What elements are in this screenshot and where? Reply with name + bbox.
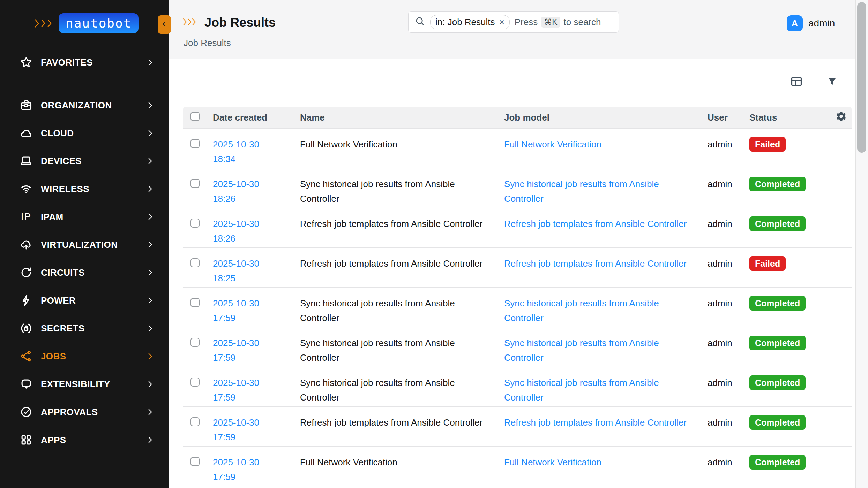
date-created-link[interactable]: 2025-10-3017:59 (213, 415, 300, 444)
avatar[interactable]: A (787, 15, 803, 31)
check-circle-icon (19, 405, 33, 419)
job-model-link[interactable]: Refresh job templates from Ansible Contr… (504, 417, 687, 428)
chip-label: in: Job Results (435, 17, 495, 28)
search-filter-chip[interactable]: in: Job Results × (430, 15, 510, 29)
status-badge: Completed (749, 415, 806, 430)
breadcrumb[interactable]: Job Results (184, 38, 231, 48)
sidebar-item-secrets[interactable]: SECRETS (0, 314, 169, 342)
table-settings-gear-icon[interactable] (836, 111, 847, 124)
column-header-user[interactable]: User (708, 112, 749, 123)
status-badge: Completed (749, 336, 806, 350)
job-results-table: Date created Name Job model User Status … (183, 107, 852, 486)
job-model-link[interactable]: Sync historical job results from Ansible… (504, 298, 659, 323)
status-badge: Completed (749, 296, 806, 311)
chevron-right-icon (145, 324, 155, 333)
sidebar-item-jobs[interactable]: JOBS (0, 342, 169, 370)
date-created-link[interactable]: 2025-10-3017:59 (213, 296, 300, 325)
chevron-right-icon (145, 240, 155, 249)
sidebar-item-power[interactable]: POWER (0, 287, 169, 314)
job-model-link[interactable]: Sync historical job results from Ansible… (504, 179, 659, 204)
scrollbar-track[interactable] (855, 0, 868, 488)
table-row: 2025-10-3017:59Refresh job templates fro… (183, 406, 852, 446)
date-created-link[interactable]: 2025-10-3017:59 (213, 455, 300, 484)
scrollbar-thumb[interactable] (857, 2, 866, 153)
sidebar-item-ipam[interactable]: IPIPAM (0, 203, 169, 231)
search-hint-prefix: Press (515, 17, 538, 28)
job-name: Full Network Verification (300, 447, 504, 486)
ip-icon: IP (19, 211, 33, 222)
chip-close-icon[interactable]: × (499, 17, 504, 26)
row-checkbox[interactable] (190, 338, 200, 347)
chevron-right-icon (145, 129, 155, 138)
date-created-link[interactable]: 2025-10-3018:25 (213, 256, 300, 285)
status-badge: Failed (749, 256, 786, 271)
job-model-link[interactable]: Sync historical job results from Ansible… (504, 338, 659, 363)
date-created-link[interactable]: 2025-10-3018:26 (213, 216, 300, 246)
table-row: 2025-10-3018:26Refresh job templates fro… (183, 208, 852, 247)
status-badge: Completed (749, 177, 806, 191)
row-checkbox[interactable] (190, 139, 200, 148)
sidebar-item-devices[interactable]: DEVICES (0, 147, 169, 175)
user-cell: admin (708, 327, 749, 367)
sidebar-item-label: WIRELESS (41, 184, 145, 195)
select-all-checkbox[interactable] (190, 112, 200, 121)
sidebar-item-label: ORGANIZATION (41, 100, 145, 111)
chevron-left-icon (160, 20, 169, 30)
sidebar-item-cloud[interactable]: CLOUD (0, 119, 169, 147)
row-checkbox[interactable] (190, 378, 200, 387)
user-cell: admin (708, 248, 749, 287)
column-header-job-model[interactable]: Job model (504, 112, 708, 123)
page-header-band: Job Results Job Results in: Job Results … (169, 0, 868, 59)
sidebar-item-wireless[interactable]: WIRELESS (0, 175, 169, 203)
column-header-status[interactable]: Status (749, 112, 830, 123)
title-chevrons-icon (183, 18, 198, 27)
search-input[interactable]: in: Job Results × Press ⌘K to search (408, 11, 619, 33)
filter-icon[interactable] (825, 75, 839, 89)
columns-layout-icon[interactable] (790, 75, 803, 89)
column-header-name[interactable]: Name (300, 112, 504, 123)
sidebar-item-virtualization[interactable]: VIRTUALIZATION (0, 231, 169, 259)
row-checkbox[interactable] (190, 179, 200, 188)
date-created-link[interactable]: 2025-10-3018:34 (213, 137, 300, 166)
row-checkbox[interactable] (190, 417, 200, 426)
sidebar-nav: FAVORITESORGANIZATIONCLOUDDEVICESWIRELES… (0, 48, 169, 454)
job-name: Sync historical job results from Ansible… (300, 288, 504, 327)
row-checkbox[interactable] (190, 258, 200, 267)
job-model-link[interactable]: Full Network Verification (504, 457, 601, 467)
nautobot-logo[interactable]: nautobot (34, 13, 139, 33)
row-checkbox[interactable] (190, 219, 200, 228)
row-checkbox[interactable] (190, 457, 200, 466)
star-icon (19, 56, 33, 69)
table-row: 2025-10-3017:59Sync historical job resul… (183, 367, 852, 406)
row-checkbox[interactable] (190, 298, 200, 307)
status-badge: Completed (749, 455, 806, 470)
job-model-link[interactable]: Full Network Verification (504, 139, 601, 150)
sidebar-item-circuits[interactable]: CIRCUITS (0, 259, 169, 287)
chevron-right-icon (145, 58, 155, 67)
date-created-link[interactable]: 2025-10-3018:26 (213, 177, 300, 206)
chevron-right-icon (145, 407, 155, 417)
job-model-link[interactable]: Sync historical job results from Ansible… (504, 378, 659, 403)
column-header-date[interactable]: Date created (213, 112, 300, 123)
cloud-upload-icon (19, 238, 33, 251)
sidebar-item-label: APPROVALS (41, 407, 145, 418)
job-model-link[interactable]: Refresh job templates from Ansible Contr… (504, 219, 687, 229)
sidebar-item-approvals[interactable]: APPROVALS (0, 398, 169, 426)
table-row: 2025-10-3017:59Sync historical job resul… (183, 327, 852, 367)
date-created-link[interactable]: 2025-10-3017:59 (213, 336, 300, 365)
sidebar-item-organization[interactable]: ORGANIZATION (0, 91, 169, 119)
sidebar-collapse-button[interactable] (158, 15, 171, 34)
user-menu[interactable]: A admin (787, 15, 835, 31)
chevron-right-icon (145, 352, 155, 361)
job-name: Refresh job templates from Ansible Contr… (300, 248, 504, 287)
sidebar-item-favorites[interactable]: FAVORITES (0, 48, 169, 76)
user-cell: admin (708, 367, 749, 406)
sidebar-item-label: IPAM (41, 212, 145, 222)
user-cell: admin (708, 208, 749, 247)
sidebar-item-apps[interactable]: APPS (0, 426, 169, 454)
date-created-link[interactable]: 2025-10-3017:59 (213, 375, 300, 405)
job-model-link[interactable]: Refresh job templates from Ansible Contr… (504, 258, 687, 269)
search-icon (415, 16, 425, 28)
sidebar-item-extensibility[interactable]: EXTENSIBILITY (0, 370, 169, 398)
zap-icon (19, 294, 33, 307)
